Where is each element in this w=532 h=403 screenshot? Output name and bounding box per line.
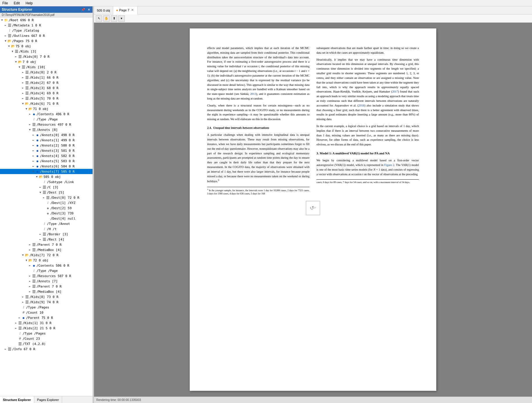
tree-node-outlines[interactable]: ►☰/Outlines 667 0 R <box>0 33 93 38</box>
tree-node-type_page[interactable]: I/Type /Page <box>0 117 93 122</box>
tree-node-subtype_link[interactable]: I/Subtype /Link <box>0 179 93 185</box>
tree-node-h_t[interactable]: I/H /t <box>0 226 93 232</box>
pdf-tool-select[interactable]: ↖ <box>96 15 102 22</box>
tree-node-resources_507[interactable]: ►☰/Resources 507 0 R <box>0 273 93 279</box>
tree-toggle-mediabox_4b[interactable]: ► <box>28 290 32 293</box>
pdf-content[interactable]: effects and model parameters, which impl… <box>94 23 532 397</box>
tree-node-annots0_498[interactable]: ►●/Annots[0] 498 0 R <box>0 132 93 138</box>
pdf-tool-export[interactable]: ⬆ <box>111 15 117 22</box>
tree-node-annots6_504[interactable]: ►●/Annots[6] 504 0 R <box>0 164 93 169</box>
tree-toggle-obj_71[interactable]: ▼ <box>24 107 28 110</box>
tree-toggle-kids2_215[interactable]: ► <box>14 327 18 330</box>
tree-node-dest_5[interactable]: ▼☰/Dest [5] <box>0 190 93 195</box>
tree-toggle-dest_5[interactable]: ▼ <box>38 191 42 194</box>
tree-toggle-info_670[interactable]: ► <box>3 348 8 350</box>
tree-node-kids_arr[interactable]: ▼☰/Kids [3] <box>0 49 93 54</box>
tab-page7[interactable]: ● Page 7 ✕ <box>113 6 137 15</box>
tree-toggle-parent_750[interactable]: ► <box>17 316 21 319</box>
tree-toggle-rect_4[interactable]: ► <box>38 238 42 241</box>
tree-toggle-kids_arr[interactable]: ▼ <box>10 50 15 53</box>
tree-node-annots5_503[interactable]: ►●/Annots[5] 503 0 R <box>0 158 93 164</box>
tree-container[interactable]: ▼📁/Root 696 0 R►☰/Metadata 1 0 RI/Type /… <box>0 17 93 396</box>
tree-node-type_pages[interactable]: I/Type /Pages <box>0 305 93 310</box>
tree-node-kids1_660[interactable]: ►☰/Kids[1] 66 0 R <box>0 75 93 80</box>
tree-node-annots_8[interactable]: ▼☰/Annots [8] <box>0 127 93 132</box>
tree-node-type_annot[interactable]: I/Type /Annot <box>0 221 93 226</box>
tree-node-kids8_730[interactable]: ►☰/Kids[8] 73 0 R <box>0 294 93 299</box>
tree-node-type_page2[interactable]: I/Type /Page <box>0 268 93 273</box>
tree-toggle-metadata[interactable]: ► <box>3 24 8 27</box>
tree-node-parent_750[interactable]: ►●/Parent 75 0 R <box>0 315 93 320</box>
tree-toggle-resources_507[interactable]: ► <box>28 274 32 277</box>
panel-close-btn[interactable]: ✕ <box>87 8 91 12</box>
tree-node-contents_506[interactable]: ►●/Contents 506 0 R <box>0 263 93 268</box>
tree-toggle-kids3_680[interactable]: ► <box>21 86 25 89</box>
tree-toggle-pages_75[interactable]: ▼ <box>7 45 11 48</box>
tree-node-pages[interactable]: ▼📂/Pages 75 0 R <box>0 38 93 44</box>
tree-toggle-kids7_720[interactable]: ▼ <box>21 254 25 256</box>
tree-node-dest1_xyz[interactable]: I/Dest[1] /XYZ <box>0 200 93 205</box>
tree-node-kids6_710[interactable]: ▼📂/Kids[6] 71 0 R <box>0 101 93 106</box>
tree-node-rect_4[interactable]: ►☰/Rect [4] <box>0 237 93 242</box>
tree-node-parent_70[interactable]: ►☰/Parent 7 0 R <box>0 242 93 247</box>
tree-node-annots4_502[interactable]: ►●/Annots[4] 502 0 R <box>0 153 93 158</box>
tree-toggle-parent_70b[interactable]: ► <box>28 285 32 288</box>
tree-node-dest3_739[interactable]: ●/Dest[3] 739 <box>0 211 93 216</box>
tree-node-kids0_20[interactable]: ►☰/Kids[0] 2 0 R <box>0 70 93 75</box>
tree-toggle-kids0_20[interactable]: ► <box>21 71 25 74</box>
tree-node-annots1_499[interactable]: ►●/Annots[1] 499 0 R <box>0 138 93 143</box>
tree-toggle-annots0_498[interactable]: ► <box>31 133 35 136</box>
tree-toggle-kids9_740[interactable]: ► <box>21 301 25 303</box>
tree-node-type_pages2[interactable]: I/Type /Pages <box>0 331 93 336</box>
tree-toggle-mediabox_4[interactable]: ► <box>28 248 32 251</box>
panel-pin-btn[interactable]: 📌 <box>81 8 86 12</box>
tree-toggle-kids1_310[interactable]: ► <box>14 321 18 324</box>
tree-node-type_catalog[interactable]: I/Type /Catalog <box>0 28 93 33</box>
tree-node-txt_42[interactable]: ☰/TXT (4.2.0) <box>0 341 93 346</box>
tree-node-dest4_null[interactable]: /Dest[4] null <box>0 216 93 221</box>
tree-toggle-annots_7[interactable]: ► <box>28 280 32 283</box>
tree-toggle-contents_506[interactable]: ► <box>28 264 32 267</box>
tree-node-dest0_720[interactable]: ►☰/Dest[0] 72 0 R <box>0 195 93 200</box>
tree-node-mediabox_4[interactable]: ►☰/MediaBox [4] <box>0 247 93 252</box>
tree-node-kids_7[interactable]: ▼📂7 0 obj <box>0 59 93 64</box>
menu-file[interactable]: File <box>1 1 9 6</box>
tree-toggle-border_3[interactable]: ► <box>38 233 42 236</box>
tab-structure-explorer[interactable]: Structure Explorer <box>0 396 34 403</box>
tree-node-count_23[interactable]: #/Count 23 <box>0 336 93 341</box>
tree-toggle-pages[interactable]: ▼ <box>3 39 8 42</box>
tree-node-kids9_740[interactable]: ►☰/Kids[9] 74 0 R <box>0 299 93 305</box>
tree-node-mediabox_4b[interactable]: ►☰/MediaBox [4] <box>0 289 93 294</box>
tree-toggle-obj_72[interactable]: ▼ <box>24 259 28 262</box>
tree-node-obj_71[interactable]: ▼📂71 0 obj <box>0 106 93 111</box>
tree-toggle-kids6_710[interactable]: ▼ <box>21 102 25 105</box>
tree-node-kids_10[interactable]: ▼☰/Kids [10] <box>0 64 93 70</box>
tree-node-kids5_700[interactable]: ►☰/Kids[5] 70 0 R <box>0 96 93 101</box>
tree-toggle-annots4_502[interactable]: ► <box>31 154 35 157</box>
tree-node-metadata[interactable]: ►☰/Metadata 1 0 R <box>0 23 93 28</box>
tree-toggle-parent_70[interactable]: ► <box>28 243 32 246</box>
menu-edit[interactable]: Edit <box>12 1 21 6</box>
tree-toggle-annots_8[interactable]: ▼ <box>28 128 32 131</box>
tree-toggle-annots7_505[interactable]: ▼ <box>31 170 35 173</box>
tree-toggle-kids5_700[interactable]: ► <box>21 97 25 100</box>
tree-toggle-root[interactable]: ▼ <box>0 19 4 21</box>
tree-node-annots3_501[interactable]: ►●/Annots[3] 501 0 R <box>0 148 93 153</box>
tree-node-kids3_680[interactable]: ►☰/Kids[3] 68 0 R <box>0 85 93 91</box>
tree-toggle-contents_496[interactable]: ► <box>28 113 32 115</box>
tree-toggle-kids8_730[interactable]: ► <box>21 295 25 298</box>
tree-node-kids4_690[interactable]: ►☰/Kids[4] 69 0 R <box>0 91 93 96</box>
tree-toggle-annots6_504[interactable]: ► <box>31 165 35 168</box>
tree-toggle-resources_497[interactable]: ► <box>28 123 32 126</box>
tree-toggle-kids4_690[interactable]: ► <box>21 92 25 95</box>
tree-node-kids2_670[interactable]: ►☰/Kids[2] 67 0 R <box>0 80 93 85</box>
tree-toggle-annots5_503[interactable]: ► <box>31 160 35 162</box>
tree-toggle-kids_10[interactable]: ▼ <box>17 66 21 68</box>
tree-node-resources_497[interactable]: ►☰/Resources 497 0 R <box>0 122 93 127</box>
tree-toggle-annots3_501[interactable]: ► <box>31 149 35 152</box>
tab-close-btn[interactable]: ✕ <box>131 8 134 12</box>
tree-toggle-kids0_70[interactable]: ► <box>14 55 18 58</box>
tree-node-dest2_59[interactable]: ●/Dest[2] 59 <box>0 205 93 211</box>
tree-toggle-c_3[interactable]: ► <box>38 186 42 189</box>
tree-node-pages_75[interactable]: ▼📂75 0 obj <box>0 44 93 49</box>
